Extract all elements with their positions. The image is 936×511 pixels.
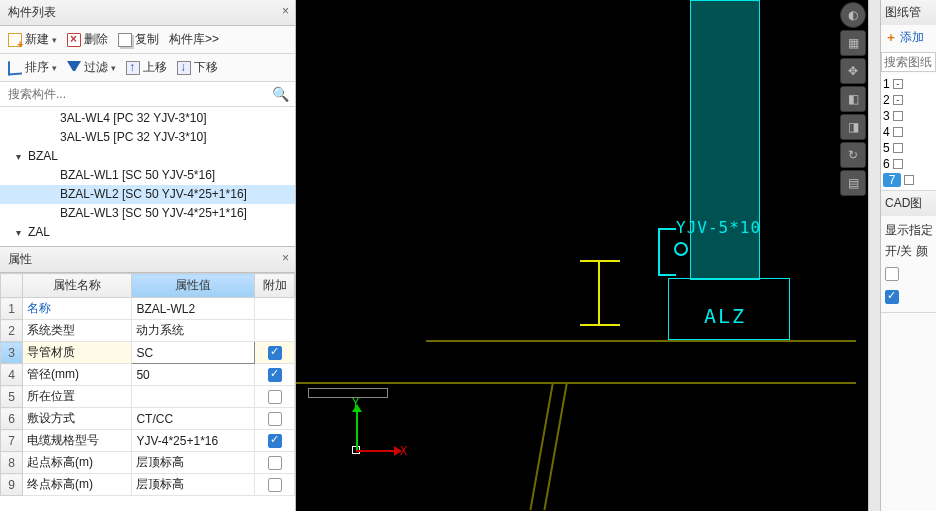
close-icon[interactable]: ×	[282, 4, 289, 18]
plus-icon: ＋	[885, 29, 897, 46]
drawing-tree-row[interactable]: 5	[881, 140, 936, 156]
filter-icon	[67, 61, 81, 75]
expand-icon[interactable]: -	[893, 79, 903, 89]
prop-extra[interactable]	[255, 298, 295, 320]
drawing-tree-row[interactable]: 4	[881, 124, 936, 140]
property-row[interactable]: 3导管材质SC	[1, 342, 295, 364]
tree-item[interactable]: BZAL-WL3 [SC 50 YJV-4*25+1*16]	[0, 204, 295, 223]
col-value[interactable]: 属性值	[132, 274, 255, 298]
move-down-button[interactable]: 下移	[173, 57, 222, 78]
view-3d-icon[interactable]: ▦	[840, 30, 866, 56]
orbit-icon[interactable]: ◐	[840, 2, 866, 28]
prop-value[interactable]: SC	[132, 342, 255, 364]
prop-name: 终点标高(m)	[23, 474, 132, 496]
prop-extra[interactable]	[255, 364, 295, 386]
row-number: 8	[1, 452, 23, 474]
drawing-tree-row[interactable]: 3	[881, 108, 936, 124]
tree-item[interactable]: BZAL-WL2 [SC 50 YJV-4*25+1*16]	[0, 185, 295, 204]
property-row[interactable]: 5所在位置	[1, 386, 295, 408]
prop-name: 管径(mm)	[23, 364, 132, 386]
tree-item[interactable]: ZAL	[0, 223, 295, 242]
property-row[interactable]: 4管径(mm)50	[1, 364, 295, 386]
checkbox[interactable]	[268, 456, 282, 470]
cad-column	[690, 0, 760, 280]
drawing-tree[interactable]: 1 -2 -3 4 5 6 7	[881, 74, 936, 190]
layer-toggle-2[interactable]	[885, 290, 899, 304]
checkbox[interactable]	[268, 434, 282, 448]
prop-value[interactable]: BZAL-WL2	[132, 298, 255, 320]
drawing-search-input[interactable]	[881, 52, 936, 72]
drawing-tree-row[interactable]: 6	[881, 156, 936, 172]
prop-value[interactable]: 层顶标高	[132, 452, 255, 474]
copy-button[interactable]: 复制	[114, 29, 163, 50]
row-number: 2	[1, 320, 23, 342]
delete-button[interactable]: 删除	[63, 29, 112, 50]
expand-icon[interactable]	[893, 143, 903, 153]
search-input[interactable]	[6, 84, 272, 104]
drawing-tree-row[interactable]: 1 -	[881, 76, 936, 92]
property-row[interactable]: 1名称BZAL-WL2	[1, 298, 295, 320]
move-up-button[interactable]: 上移	[122, 57, 171, 78]
tree-item[interactable]: 3AL-WL4 [PC 32 YJV-3*10]	[0, 109, 295, 128]
checkbox[interactable]	[268, 346, 282, 360]
prop-value[interactable]: 层顶标高	[132, 474, 255, 496]
add-drawing-button[interactable]: ＋添加	[881, 25, 936, 50]
cad-node	[674, 242, 688, 256]
prop-value[interactable]: YJV-4*25+1*16	[132, 430, 255, 452]
col-extra[interactable]: 附加	[255, 274, 295, 298]
new-button[interactable]: 新建▾	[4, 29, 61, 50]
expand-icon[interactable]	[893, 159, 903, 169]
checkbox[interactable]	[268, 412, 282, 426]
wire-label: YJV-5*10	[676, 218, 761, 237]
prop-extra[interactable]	[255, 408, 295, 430]
sort-button[interactable]: 排序▾	[4, 57, 61, 78]
prop-extra[interactable]	[255, 430, 295, 452]
prop-extra[interactable]	[255, 474, 295, 496]
property-row[interactable]: 8起点标高(m)层顶标高	[1, 452, 295, 474]
expand-icon[interactable]	[893, 127, 903, 137]
checkbox[interactable]	[268, 478, 282, 492]
pan-icon[interactable]: ✥	[840, 58, 866, 84]
tree-item[interactable]: 3AL-WL5 [PC 32 YJV-3*10]	[0, 128, 295, 147]
rotate-icon[interactable]: ↻	[840, 142, 866, 168]
drawing-tree-row[interactable]: 2 -	[881, 92, 936, 108]
search-icon[interactable]: 🔍	[272, 86, 289, 102]
close-icon[interactable]: ×	[282, 251, 289, 265]
cube-icon[interactable]: ◧	[840, 86, 866, 112]
expand-icon[interactable]	[893, 111, 903, 121]
filter-button[interactable]: 过滤▾	[63, 57, 120, 78]
drawing-tree-row[interactable]: 7	[881, 172, 936, 188]
row-badge: 7	[883, 173, 901, 187]
cad-viewport[interactable]: YJV-5*10 ALZ Y X ◐ ▦ ✥ ◧ ◨ ↻ ▤	[296, 0, 868, 511]
grid-icon[interactable]: ▤	[840, 170, 866, 196]
property-row[interactable]: 9终点标高(m)层顶标高	[1, 474, 295, 496]
prop-value[interactable]: CT/CC	[132, 408, 255, 430]
cad-beam-web	[598, 260, 600, 324]
library-button[interactable]: 构件库>>	[165, 29, 223, 50]
prop-value[interactable]: 50	[132, 364, 255, 386]
prop-extra[interactable]	[255, 342, 295, 364]
checkbox[interactable]	[268, 390, 282, 404]
property-row[interactable]: 6敷设方式CT/CC	[1, 408, 295, 430]
prop-extra[interactable]	[255, 452, 295, 474]
property-row[interactable]: 7电缆规格型号YJV-4*25+1*16	[1, 430, 295, 452]
prop-value[interactable]: 动力系统	[132, 320, 255, 342]
prop-extra[interactable]	[255, 320, 295, 342]
col-name[interactable]: 属性名称	[23, 274, 132, 298]
row-number: 6	[1, 408, 23, 430]
expand-icon[interactable]: -	[893, 95, 903, 105]
checkbox[interactable]	[268, 368, 282, 382]
prop-name: 名称	[23, 298, 132, 320]
viewport-scrollbar[interactable]	[868, 0, 880, 511]
property-header: 属性 ×	[0, 247, 295, 273]
prop-value[interactable]	[132, 386, 255, 408]
tree-item[interactable]: BZAL	[0, 147, 295, 166]
tree-item[interactable]: BZAL-WL1 [SC 50 YJV-5*16]	[0, 166, 295, 185]
cad-beam-flange	[580, 324, 620, 326]
component-tree[interactable]: 3AL-WL4 [PC 32 YJV-3*10]3AL-WL5 [PC 32 Y…	[0, 107, 295, 247]
prop-extra[interactable]	[255, 386, 295, 408]
property-row[interactable]: 2系统类型动力系统	[1, 320, 295, 342]
expand-icon[interactable]	[904, 175, 914, 185]
cube2-icon[interactable]: ◨	[840, 114, 866, 140]
layer-toggle-1[interactable]	[885, 267, 899, 281]
